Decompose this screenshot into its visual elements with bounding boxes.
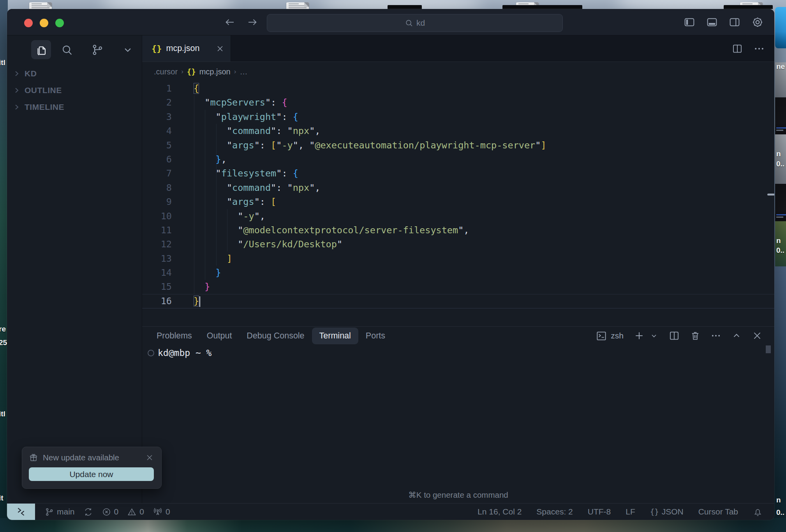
panel-tab-debug-console[interactable]: Debug Console <box>247 331 304 341</box>
code-line: 3 "playwright": { <box>142 110 774 124</box>
json-file-icon: {} <box>152 44 162 53</box>
split-editor-icon[interactable] <box>731 43 743 55</box>
code-line: 1{ <box>142 81 774 95</box>
branch-icon <box>44 507 54 517</box>
app-window: kd KDOUTLINETIMELINE {} mcp.json <box>7 9 774 520</box>
gift-icon <box>29 453 38 462</box>
status-lf[interactable]: LF <box>626 507 635 516</box>
code-line: 7 "filesystem": { <box>142 166 774 180</box>
status-0[interactable]: 0 <box>127 507 144 517</box>
broadcast-icon <box>153 507 163 517</box>
command-status-circle <box>148 350 154 356</box>
traffic-lights <box>24 19 64 27</box>
sync-icon <box>83 507 93 517</box>
text-cursor <box>199 296 200 307</box>
desktop-thumbnail <box>775 134 786 184</box>
terminal[interactable]: kd@mbp ~ % ⌘K to generate a command <box>142 345 774 503</box>
source-control-icon[interactable] <box>87 40 107 59</box>
search-sidebar-icon[interactable] <box>57 40 77 59</box>
editor-more-actions-icon[interactable] <box>753 43 765 55</box>
close-window-button[interactable] <box>24 19 33 27</box>
code-line: 9 "args": [ <box>142 195 774 209</box>
code-line: 6 }, <box>142 152 774 166</box>
scrollbar-handle[interactable] <box>767 194 774 196</box>
sidebar-more-chevron-icon[interactable] <box>118 40 137 59</box>
breadcrumb-file[interactable]: mcp.json <box>199 67 231 76</box>
toast-close-icon[interactable] <box>145 453 154 462</box>
nav-back-icon[interactable] <box>224 16 236 28</box>
status-cursor-tab[interactable]: Cursor Tab <box>698 507 738 516</box>
code-line: 16} <box>142 294 774 308</box>
zoom-window-button[interactable] <box>55 19 64 27</box>
bottom-panel: ProblemsOutputDebug ConsoleTerminalPorts… <box>142 326 774 503</box>
status-bell[interactable] <box>753 507 763 517</box>
desktop-thumbnail <box>775 97 786 134</box>
update-now-button[interactable]: Update now <box>29 467 154 481</box>
status-sync[interactable] <box>83 507 93 517</box>
terminal-dropdown-chevron-icon[interactable] <box>649 331 659 340</box>
chevron-right-icon <box>12 69 21 78</box>
terminal-shell[interactable]: zsh <box>596 330 624 342</box>
titlebar: kd <box>7 9 774 35</box>
code-line: 15 } <box>142 280 774 294</box>
toggle-panel-icon[interactable] <box>706 16 718 28</box>
remote-icon <box>16 507 26 517</box>
explorer-icon[interactable] <box>31 40 51 59</box>
status-json[interactable]: {}JSON <box>650 507 684 516</box>
panel-more-actions-icon[interactable] <box>710 330 721 341</box>
chevron-right-icon <box>12 86 21 95</box>
search-icon <box>405 19 413 27</box>
status-0[interactable]: 0 <box>102 507 119 517</box>
breadcrumb[interactable]: .cursor › {} mcp.json › … <box>142 62 774 81</box>
panel-tab-output[interactable]: Output <box>207 331 232 341</box>
code-line: 11 "@modelcontextprotocol/server-filesys… <box>142 223 774 237</box>
warning-icon <box>127 507 137 517</box>
tab-mcp-json[interactable]: {} mcp.json <box>142 35 231 62</box>
status-ln-16-col-2[interactable]: Ln 16, Col 2 <box>478 507 522 516</box>
remote-indicator[interactable] <box>7 504 35 520</box>
split-terminal-icon[interactable] <box>668 330 680 342</box>
code-line: 14 } <box>142 266 774 280</box>
sidebar-section-timeline[interactable]: TIMELINE <box>7 99 142 115</box>
bell-icon <box>753 507 763 517</box>
desktop-thumbnail <box>775 7 786 48</box>
tab-close-icon[interactable] <box>216 44 224 53</box>
status-0[interactable]: 0 <box>153 507 170 517</box>
status-spaces-2[interactable]: Spaces: 2 <box>536 507 573 516</box>
chevron-right-icon <box>12 102 21 112</box>
code-line: 10 "-y", <box>142 209 774 223</box>
tab-bar: {} mcp.json <box>142 35 774 62</box>
breadcrumb-more[interactable]: … <box>240 67 247 76</box>
close-panel-icon[interactable] <box>752 330 763 341</box>
status-utf-8[interactable]: UTF-8 <box>588 507 611 516</box>
maximize-panel-chevron-icon[interactable] <box>731 330 742 341</box>
nav-forward-icon[interactable] <box>247 16 258 28</box>
panel-tab-terminal[interactable]: Terminal <box>312 328 358 344</box>
desktop-thumbnail <box>775 184 786 221</box>
settings-gear-icon[interactable] <box>751 16 764 29</box>
new-terminal-icon[interactable] <box>633 330 645 342</box>
breadcrumb-separator: › <box>181 68 183 76</box>
sidebar-section-kd[interactable]: KD <box>7 65 142 82</box>
command-center-search[interactable]: kd <box>267 14 563 32</box>
kill-terminal-icon[interactable] <box>690 330 701 341</box>
code-editor[interactable]: 1{2 "mcpServers": {3 "playwright": {4 "c… <box>142 81 774 326</box>
panel-tab-ports[interactable]: Ports <box>366 331 385 341</box>
panel-tab-problems[interactable]: Problems <box>157 331 192 341</box>
sidebar-section-outline[interactable]: OUTLINE <box>7 82 142 99</box>
sidebar: KDOUTLINETIMELINE <box>7 35 142 503</box>
search-text: kd <box>416 18 425 28</box>
toggle-primary-sidebar-icon[interactable] <box>683 16 696 28</box>
json-file-icon: {} <box>187 67 196 76</box>
minimize-window-button[interactable] <box>40 19 48 27</box>
code-line: 13 ] <box>142 252 774 266</box>
code-line: 8 "command": "npx", <box>142 181 774 195</box>
breadcrumb-folder[interactable]: .cursor <box>154 67 178 76</box>
terminal-scrollbar[interactable] <box>766 345 771 353</box>
status-main[interactable]: main <box>44 507 75 517</box>
toggle-secondary-sidebar-icon[interactable] <box>728 16 741 28</box>
terminal-hint: ⌘K to generate a command <box>142 490 774 500</box>
terminal-prompt: kd@mbp ~ % <box>158 348 211 358</box>
terminal-icon <box>596 330 607 342</box>
panel-header: ProblemsOutputDebug ConsoleTerminalPorts… <box>142 327 774 345</box>
